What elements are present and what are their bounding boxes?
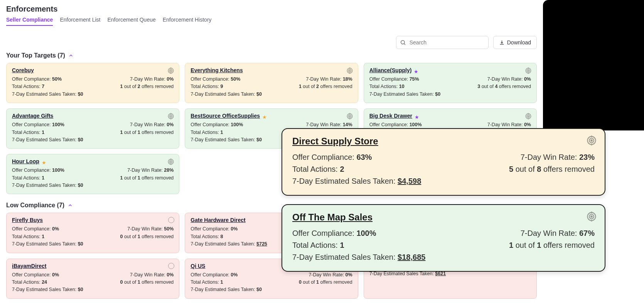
- seller-name-link[interactable]: iBayamDirect: [12, 263, 47, 269]
- target-icon: [167, 158, 174, 167]
- compliance-label: Offer Compliance: 100%: [12, 167, 64, 174]
- zoom-seller-card[interactable]: Off The Map Sales Offer Compliance: 100%…: [282, 204, 605, 272]
- download-button[interactable]: Download: [493, 36, 537, 49]
- zoom-overlay: Direct Supply Store Offer Compliance: 63…: [282, 128, 605, 280]
- seller-name-link[interactable]: Qi US: [191, 263, 205, 269]
- seller-name-link[interactable]: BestSource OfficeSupplies: [191, 113, 260, 119]
- actions-label: Total Actions: 7: [12, 83, 44, 90]
- svg-point-13: [170, 116, 171, 117]
- search-input[interactable]: [396, 36, 489, 49]
- actions-label: Total Actions: 2: [292, 163, 344, 175]
- sales-link[interactable]: $725: [256, 241, 267, 247]
- svg-line-1: [404, 44, 405, 45]
- actions-label: Total Actions: 1: [191, 129, 223, 136]
- tab-enforcement-history[interactable]: Enforcement History: [163, 17, 212, 26]
- offers-removed: 5 out of 8 offers removed: [509, 163, 595, 175]
- seller-card[interactable]: iBayamDirectOffer Compliance: 0%7-Day Wi…: [6, 259, 179, 299]
- seller-card[interactable]: Alliance(Supply)★Offer Compliance: 75%7-…: [364, 63, 537, 103]
- winrate-label: 7-Day Win Rate: 14%: [306, 121, 352, 129]
- zoom-seller-card[interactable]: Direct Supply Store Offer Compliance: 63…: [282, 128, 605, 196]
- winrate-label: 7-Day Win Rate: 28%: [127, 167, 174, 174]
- search-box: [396, 36, 489, 49]
- chevron-up-icon: [67, 203, 73, 208]
- seller-name-link[interactable]: Firefly Buys: [12, 217, 43, 223]
- seller-card[interactable]: Hour Loop★Offer Compliance: 100%7-Day Wi…: [6, 154, 179, 194]
- star-icon: ★: [414, 69, 418, 74]
- winrate-label: 7-Day Win Rate: 50%: [127, 225, 174, 233]
- actions-label: Total Actions: 10: [369, 83, 405, 90]
- offers-removed: 1 out of 2 offers removed: [299, 83, 352, 90]
- chevron-up-icon: [68, 53, 74, 58]
- winrate-label: 7-Day Win Rate: 0%: [487, 121, 531, 129]
- sales-taken: 7-Day Estimated Sales Taken: $0: [191, 286, 262, 293]
- winrate-label: 7-Day Win Rate: 0%: [487, 76, 531, 83]
- sales-taken: 7-Day Estimated Sales Taken: $0: [191, 136, 262, 144]
- actions-label: Total Actions: 1: [292, 239, 344, 251]
- compliance-label: Offer Compliance: 0%: [12, 271, 59, 279]
- winrate-label: 7-Day Win Rate: 0%: [130, 121, 174, 129]
- seller-name-link[interactable]: Big Desk Drawer: [369, 113, 412, 119]
- sales-taken: 7-Day Estimated Sales Taken: $0: [12, 91, 83, 98]
- offers-removed: 0 out of 1 offers removed: [120, 279, 174, 286]
- offers-removed: 1 out of 1 offers removed: [120, 129, 174, 136]
- winrate-label: 7-Day Win Rate: 0%: [130, 76, 174, 83]
- compliance-label: Offer Compliance: 100%: [369, 121, 422, 129]
- section-title: Your Top Targets (7): [6, 52, 65, 59]
- sales-link[interactable]: $18,685: [398, 253, 425, 261]
- search-icon: [400, 39, 406, 46]
- actions-label: Total Actions: 1: [12, 129, 44, 136]
- sales-taken: 7-Day Estimated Sales Taken: $725: [191, 240, 267, 248]
- sales-taken: 7-Day Estimated Sales Taken: $0: [12, 286, 83, 293]
- seller-card[interactable]: Firefly BuysOffer Compliance: 0%7-Day Wi…: [6, 213, 179, 253]
- download-label: Download: [507, 39, 531, 46]
- svg-point-19: [528, 116, 529, 117]
- circle-icon: [168, 263, 174, 269]
- svg-point-7: [349, 70, 350, 71]
- compliance-label: Offer Compliance: 50%: [12, 76, 62, 83]
- sales-link[interactable]: $4,598: [398, 177, 421, 185]
- seller-name-link[interactable]: Everything Kitchens: [191, 67, 243, 73]
- seller-card[interactable]: CorebuyOffer Compliance: 50%7-Day Win Ra…: [6, 63, 179, 103]
- seller-card[interactable]: Everything KitchensOffer Compliance: 50%…: [185, 63, 358, 103]
- seller-name-link[interactable]: Hour Loop: [12, 158, 39, 164]
- winrate-label: 7-Day Win Rate: 18%: [306, 76, 352, 83]
- actions-label: Total Actions: 1: [12, 233, 44, 240]
- svg-point-4: [170, 70, 171, 71]
- tab-enforcement-list[interactable]: Enforcement List: [60, 17, 100, 26]
- winrate-label: 7-Day Win Rate: 23%: [521, 151, 595, 163]
- target-icon: [346, 113, 353, 121]
- target-icon: [586, 135, 597, 147]
- compliance-label: Offer Compliance: 100%: [191, 121, 243, 129]
- target-icon: [525, 67, 532, 76]
- seller-name-link[interactable]: Off The Map Sales: [292, 212, 373, 223]
- star-icon: ★: [42, 160, 46, 166]
- seller-name-link[interactable]: Advantage Gifts: [12, 113, 53, 119]
- compliance-label: Offer Compliance: 50%: [191, 76, 240, 83]
- decorative-dark-rect: [543, 0, 644, 130]
- target-icon: [346, 67, 353, 76]
- tab-enforcement-queue[interactable]: Enforcement Queue: [107, 17, 155, 26]
- seller-name-link[interactable]: Direct Supply Store: [292, 136, 378, 147]
- seller-name-link[interactable]: Gate Hardware Direct: [191, 217, 245, 223]
- actions-label: Total Actions: 1: [12, 174, 44, 182]
- seller-name-link[interactable]: Alliance(Supply): [369, 67, 412, 73]
- target-icon: [167, 67, 174, 76]
- sales-taken: 7-Day Estimated Sales Taken: $0: [12, 136, 83, 144]
- seller-card[interactable]: Advantage GiftsOffer Compliance: 100%7-D…: [6, 108, 179, 149]
- sales-taken: 7-Day Estimated Sales Taken: $0: [369, 91, 441, 98]
- compliance-label: Offer Compliance: 0%: [12, 225, 59, 233]
- winrate-label: 7-Day Win Rate: 0%: [130, 271, 174, 279]
- tab-seller-compliance[interactable]: Seller Compliance: [6, 17, 53, 26]
- svg-point-16: [349, 116, 350, 117]
- sales-taken: 7-Day Estimated Sales Taken: $0: [12, 182, 83, 189]
- svg-point-25: [591, 140, 592, 141]
- actions-label: Total Actions: 24: [12, 279, 47, 286]
- offers-removed: 1 out of 2 offers removed: [120, 83, 174, 90]
- target-icon: [586, 211, 597, 223]
- sales-taken: 7-Day Estimated Sales Taken: $0: [191, 91, 262, 98]
- star-icon: ★: [262, 114, 267, 120]
- offers-removed: 1 out of 1 offers removed: [509, 239, 595, 251]
- winrate-label: 7-Day Win Rate: 67%: [521, 227, 595, 239]
- seller-name-link[interactable]: Corebuy: [12, 67, 34, 73]
- offers-removed: 1 out of 1 offers removed: [120, 174, 174, 182]
